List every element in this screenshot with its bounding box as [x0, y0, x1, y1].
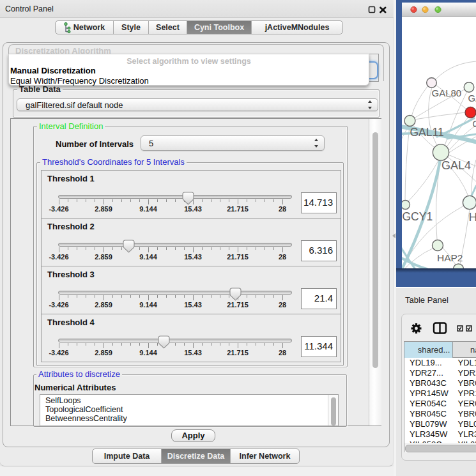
svg-text:GAL4: GAL4	[441, 159, 471, 172]
svg-text:H: H	[469, 210, 476, 224]
svg-text:GAL80: GAL80	[432, 88, 462, 98]
svg-text:HAP2: HAP2	[437, 252, 463, 263]
svg-text:C: C	[473, 119, 476, 129]
svg-text:GA: GA	[468, 93, 476, 104]
svg-text:GCY1: GCY1	[403, 210, 433, 223]
svg-text:GAL11: GAL11	[410, 126, 444, 139]
